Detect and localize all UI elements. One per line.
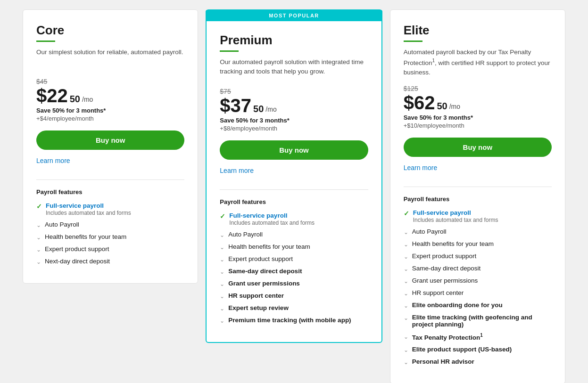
pricing-container: CoreOur simplest solution for reliable, … bbox=[0, 0, 588, 383]
plan-title-premium: Premium bbox=[220, 33, 368, 48]
feature-text: Auto Payroll bbox=[412, 228, 447, 235]
feature-text-group: Grant user permissions bbox=[228, 280, 300, 287]
feature-sub-text: Includes automated tax and forms bbox=[46, 210, 131, 216]
learn-more-premium[interactable]: Learn more bbox=[220, 167, 254, 174]
feature-text: Expert product support bbox=[228, 255, 293, 262]
feature-item-premium-3: ⌄ Expert product support bbox=[220, 255, 368, 263]
per-employee-elite: +$10/employee/month bbox=[404, 122, 552, 129]
feature-text: Full-service payroll bbox=[229, 212, 315, 219]
plan-desc-core: Our simplest solution for reliable, auto… bbox=[36, 48, 184, 70]
feature-item-elite-0: ✓ Full-service payrollIncludes automated… bbox=[404, 209, 552, 223]
chevron-icon: ⌄ bbox=[220, 305, 224, 312]
feature-text: Elite onboarding done for you bbox=[412, 302, 503, 309]
feature-text-group: Full-service payrollIncludes automated t… bbox=[413, 209, 498, 223]
feature-text-group: Elite time tracking (with geofencing and… bbox=[412, 314, 552, 328]
feature-item-elite-8: ⌄ Elite time tracking (with geofencing a… bbox=[404, 314, 552, 328]
plan-card-elite: EliteAutomated payroll backed by our Tax… bbox=[390, 9, 565, 383]
feature-text-group: Expert product support bbox=[412, 253, 477, 260]
chevron-icon: ⌄ bbox=[404, 241, 408, 248]
feature-text: Full-service payroll bbox=[46, 202, 131, 209]
feature-text: Auto Payroll bbox=[228, 231, 263, 238]
price-cents-elite: 50 bbox=[437, 100, 447, 112]
price-dollar-elite: $62 bbox=[404, 93, 435, 112]
learn-more-core[interactable]: Learn more bbox=[36, 157, 70, 164]
chevron-icon: ⌄ bbox=[404, 278, 408, 285]
price-per-premium: /mo bbox=[265, 106, 276, 113]
feature-item-core-4: ⌄ Next-day direct deposit bbox=[36, 258, 184, 265]
feature-text-group: Health benefits for your team bbox=[412, 240, 494, 247]
feature-text: Personal HR advisor bbox=[412, 358, 474, 365]
chevron-icon: ⌄ bbox=[220, 269, 224, 275]
buy-button-core[interactable]: Buy now bbox=[36, 130, 184, 150]
plan-title-core: Core bbox=[36, 23, 184, 38]
feature-text-group: Grant user permissions bbox=[412, 277, 478, 284]
per-employee-premium: +$8/employee/month bbox=[220, 125, 368, 132]
feature-text-group: Elite product support (US-based) bbox=[412, 346, 512, 353]
feature-text-group: Tax Penalty Protection1 bbox=[412, 333, 483, 341]
plan-card-core: CoreOur simplest solution for reliable, … bbox=[23, 9, 198, 284]
feature-item-elite-5: ⌄ Grant user permissions bbox=[404, 277, 552, 285]
feature-item-elite-2: ⌄ Health benefits for your team bbox=[404, 240, 552, 248]
feature-text-group: Premium time tracking (with mobile app) bbox=[228, 317, 351, 324]
feature-text: Full-service payroll bbox=[413, 209, 498, 216]
feature-item-elite-11: ⌄ Personal HR advisor bbox=[404, 358, 552, 366]
divider-core bbox=[36, 179, 184, 180]
feature-item-core-1: ⌄ Auto Payroll bbox=[36, 221, 184, 228]
feature-text: Same-day direct deposit bbox=[412, 265, 481, 272]
divider-premium bbox=[220, 189, 368, 190]
feature-item-core-0: ✓ Full-service payrollIncludes automated… bbox=[36, 202, 184, 216]
check-icon: ✓ bbox=[220, 212, 225, 220]
feature-text: Tax Penalty Protection1 bbox=[412, 333, 483, 341]
buy-button-elite[interactable]: Buy now bbox=[404, 138, 552, 157]
feature-text: Health benefits for your team bbox=[45, 233, 126, 240]
feature-text-group: Next-day direct deposit bbox=[45, 258, 110, 265]
learn-more-elite[interactable]: Learn more bbox=[404, 164, 438, 171]
plan-title-underline bbox=[404, 41, 422, 42]
check-icon: ✓ bbox=[404, 210, 409, 217]
feature-text: Health benefits for your team bbox=[228, 243, 310, 250]
save-text-core: Save 50% for 3 months* bbox=[36, 107, 184, 114]
feature-item-elite-9: ⌄ Tax Penalty Protection1 bbox=[404, 333, 552, 341]
feature-text: HR support center bbox=[412, 289, 464, 296]
price-per-core: /mo bbox=[82, 96, 93, 103]
price-cents-premium: 50 bbox=[253, 103, 264, 115]
features-title-elite: Payroll features bbox=[404, 196, 552, 203]
plan-title-elite: Elite bbox=[404, 23, 552, 38]
feature-text-group: Personal HR advisor bbox=[412, 358, 474, 365]
feature-item-core-2: ⌄ Health benefits for your team bbox=[36, 233, 184, 241]
feature-item-elite-1: ⌄ Auto Payroll bbox=[404, 228, 552, 236]
chevron-icon: ⌄ bbox=[36, 222, 41, 228]
feature-text-group: Auto Payroll bbox=[412, 228, 447, 235]
plan-title-underline bbox=[220, 50, 239, 52]
chevron-icon: ⌄ bbox=[220, 244, 224, 251]
chevron-icon: ⌄ bbox=[404, 302, 408, 309]
price-row-premium: $37 50 /mo bbox=[220, 96, 368, 115]
feature-sub-text: Includes automated tax and forms bbox=[229, 220, 315, 226]
feature-text-group: Health benefits for your team bbox=[45, 233, 126, 240]
feature-text: Grant user permissions bbox=[412, 277, 478, 284]
features-title-premium: Payroll features bbox=[220, 198, 368, 205]
save-text-elite: Save 50% for 3 months* bbox=[404, 114, 552, 121]
feature-text-group: Auto Payroll bbox=[45, 221, 79, 228]
feature-text: Premium time tracking (with mobile app) bbox=[228, 317, 351, 324]
chevron-icon: ⌄ bbox=[404, 359, 408, 366]
buy-button-premium[interactable]: Buy now bbox=[220, 140, 368, 160]
chevron-icon: ⌄ bbox=[36, 246, 41, 253]
feature-sub-text: Includes automated tax and forms bbox=[413, 217, 498, 223]
feature-text: Next-day direct deposit bbox=[45, 258, 110, 265]
chevron-icon: ⌄ bbox=[36, 259, 41, 265]
feature-item-premium-2: ⌄ Health benefits for your team bbox=[220, 243, 368, 251]
feature-item-premium-4: ⌄ Same-day direct deposit bbox=[220, 268, 368, 275]
feature-text-group: Auto Payroll bbox=[228, 231, 263, 238]
feature-item-elite-4: ⌄ Same-day direct deposit bbox=[404, 265, 552, 272]
chevron-icon: ⌄ bbox=[404, 347, 408, 353]
chevron-icon: ⌄ bbox=[220, 232, 224, 238]
feature-item-premium-5: ⌄ Grant user permissions bbox=[220, 280, 368, 287]
price-dollar-core: $22 bbox=[36, 86, 68, 105]
plan-desc-elite: Automated payroll backed by our Tax Pena… bbox=[404, 48, 552, 77]
feature-text-group: Same-day direct deposit bbox=[228, 268, 302, 275]
feature-item-premium-1: ⌄ Auto Payroll bbox=[220, 231, 368, 238]
per-employee-core: +$4/employee/month bbox=[36, 115, 184, 122]
divider-elite bbox=[404, 187, 552, 187]
plan-card-premium: MOST POPULARPremiumOur automated payroll… bbox=[206, 9, 382, 343]
